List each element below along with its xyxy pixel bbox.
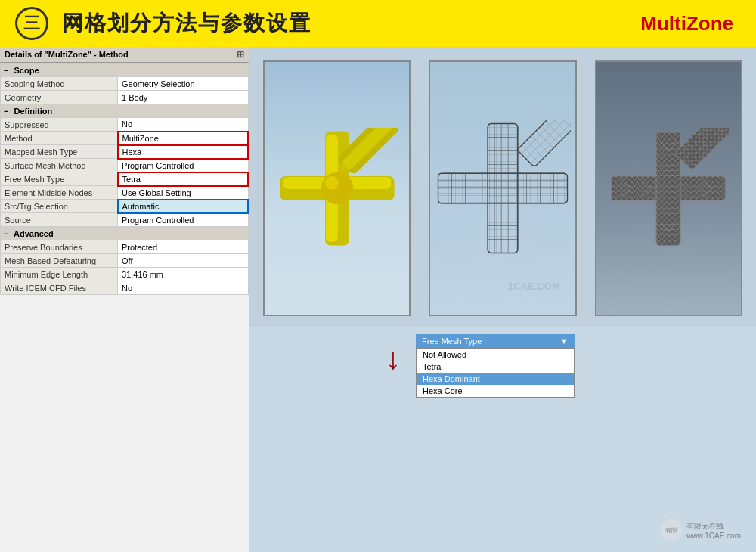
watermark-text: 有限元在线 www.1CAE.com [686, 521, 741, 540]
header-bar: 三 网格划分方法与参数设置 MultiZone [0, 0, 756, 47]
section-definition-label: Definition [14, 107, 53, 116]
table-row: Method MultiZone [1, 132, 249, 145]
header-icon-circle: 三 [15, 7, 48, 40]
tetra-mesh-svg [608, 128, 729, 249]
pin-icon[interactable]: ⊞ [237, 49, 244, 60]
section-scope: − Scope [1, 64, 249, 77]
row-value: Program Controlled [118, 159, 249, 172]
row-value: Off [118, 254, 249, 268]
svg-point-6 [321, 172, 353, 205]
hexa-mesh-svg [435, 120, 571, 256]
row-label: Mesh Based Defeaturing [1, 254, 118, 268]
svg-rect-37 [675, 128, 729, 170]
section-definition: − Definition [1, 104, 249, 118]
section-advanced-label: Advanced [14, 229, 54, 238]
table-row: Src/Trg Selection Automatic [1, 200, 249, 213]
svg-rect-10 [488, 124, 518, 253]
row-value: Geometry Selection [118, 77, 249, 91]
row-label: Preserve Boundaries [1, 240, 118, 254]
details-title-bar: Details of "MultiZone" - Method ⊞ [0, 47, 249, 63]
row-label: Method [1, 132, 118, 145]
table-row: Minimum Edge Length 31.416 mm [1, 268, 249, 281]
table-row: Source Program Controlled [1, 213, 249, 227]
table-row: Preserve Boundaries Protected [1, 240, 249, 254]
details-title-text: Details of "MultiZone" - Method [5, 50, 129, 59]
row-label: Write ICEM CFD Files [1, 281, 118, 295]
svg-rect-35 [656, 131, 680, 245]
table-row: Mesh Based Defeaturing Off [1, 254, 249, 268]
header-title: 网格划分方法与参数设置 [62, 9, 311, 38]
watermark-logo: 有限 [661, 519, 682, 541]
collapse-icon[interactable]: − [4, 229, 8, 238]
row-value: 31.416 mm [118, 268, 249, 281]
section-advanced: − Advanced [1, 227, 249, 240]
row-value-method[interactable]: MultiZone [118, 132, 249, 145]
table-row: Write ICEM CFD Files No [1, 281, 249, 295]
header-icon-text: 三 [23, 12, 40, 35]
collapse-icon[interactable]: − [4, 107, 8, 116]
collapse-icon[interactable]: − [4, 66, 8, 75]
dropdown-option-not-allowed[interactable]: Not Allowed [417, 349, 574, 361]
table-row: Mapped Mesh Type Hexa [1, 145, 249, 159]
bottom-interaction-area: ↓ Free Mesh Type ▼ Not Allowed Tetra Hex… [249, 327, 756, 552]
row-value: Use Global Setting [118, 186, 249, 200]
row-label: Scoping Method [1, 77, 118, 91]
dropdown-header[interactable]: Free Mesh Type ▼ [416, 334, 575, 348]
watermark-cae: 1CAE.COM [508, 281, 560, 292]
table-row: Geometry 1 Body [1, 91, 249, 104]
table-row: Surface Mesh Method Program Controlled [1, 159, 249, 172]
model-tetra-mesh-box [595, 60, 742, 316]
watermark-site: www.1CAE.com [686, 532, 741, 540]
section-scope-label: Scope [14, 66, 39, 75]
dropdown-container: Free Mesh Type ▼ Not Allowed Tetra Hexa … [416, 334, 575, 398]
svg-point-7 [325, 176, 339, 190]
row-value: Protected [118, 240, 249, 254]
row-label: Element Midside Nodes [1, 186, 118, 200]
row-value-mapped-mesh[interactable]: Hexa [118, 145, 249, 159]
row-label: Surface Mesh Method [1, 159, 118, 172]
dropdown-list: Not Allowed Tetra Hexa Dominant Hexa Cor… [416, 348, 575, 398]
row-label: Geometry [1, 91, 118, 104]
row-label: Minimum Edge Length [1, 268, 118, 281]
row-value: No [118, 118, 249, 132]
row-label: Suppressed [1, 118, 118, 132]
row-value: 1 Body [118, 91, 249, 104]
dropdown-label-text: Free Mesh Type [422, 336, 482, 346]
header-method-label: MultiZone [640, 12, 733, 36]
row-label: Source [1, 213, 118, 227]
row-label: Mapped Mesh Type [1, 145, 118, 159]
main-content: Details of "MultiZone" - Method ⊞ − Scop… [0, 47, 756, 552]
model-yellow-box [263, 60, 411, 316]
row-label: Free Mesh Type [1, 172, 118, 186]
details-panel: Details of "MultiZone" - Method ⊞ − Scop… [0, 47, 249, 552]
table-row: Free Mesh Type Tetra [1, 172, 249, 186]
svg-rect-12 [517, 120, 571, 167]
row-value: Program Controlled [118, 213, 249, 227]
table-row: Suppressed No [1, 118, 249, 132]
yellow-cross-svg [277, 128, 398, 249]
row-value-src-trg[interactable]: Automatic [118, 200, 249, 213]
dropdown-option-hexa-core[interactable]: Hexa Core [417, 385, 574, 397]
model-hexa-mesh-box: 1CAE.COM [429, 60, 576, 316]
watermark-area: 有限 有限元在线 www.1CAE.com [661, 519, 741, 541]
row-value: No [118, 281, 249, 295]
watermark-brand: 有限元在线 [686, 521, 741, 532]
table-row: Scoping Method Geometry Selection [1, 77, 249, 91]
row-value-free-mesh[interactable]: Tetra [118, 172, 249, 186]
images-area: 1CAE.COM [249, 47, 756, 552]
dropdown-option-hexa-dominant[interactable]: Hexa Dominant [417, 373, 574, 385]
arrow-indicator: ↓ [386, 342, 401, 376]
dropdown-arrow-icon: ▼ [560, 336, 569, 346]
details-table: − Scope Scoping Method Geometry Selectio… [0, 63, 249, 295]
row-label: Src/Trg Selection [1, 200, 118, 213]
dropdown-option-tetra[interactable]: Tetra [417, 361, 574, 373]
table-row: Element Midside Nodes Use Global Setting [1, 186, 249, 200]
